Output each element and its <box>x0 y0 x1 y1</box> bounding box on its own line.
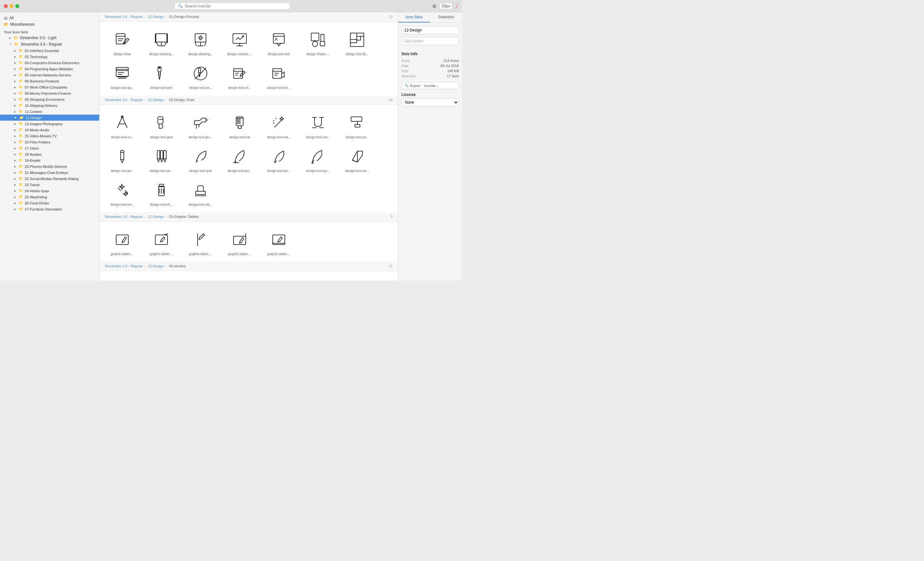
sidebar-item-21-messages[interactable]: ▶ 📁 21-Messages-Chat-Smileys <box>0 170 99 176</box>
icon-cell-design-pen-tool[interactable]: A design-pen-tool <box>260 26 298 58</box>
sidebar-item-24-hotels[interactable]: ▶ 📁 24-Hotels-Spas <box>0 188 99 194</box>
svg-line-8 <box>164 42 167 46</box>
sidebar-item-misc[interactable]: 📂 Miscellaneous <box>0 21 99 28</box>
icon-cell-compass[interactable]: design-tool-co... <box>103 108 141 141</box>
vector-1-icon <box>111 278 134 280</box>
sidebar-item-26-food[interactable]: ▶ 📁 26-Food-Drinks <box>0 200 99 206</box>
sidebar-item-all[interactable]: 🗂 All <box>0 15 99 21</box>
sidebar-item-25-wayfinding[interactable]: ▶ 📁 25-Wayfinding <box>0 194 99 200</box>
sidebar-item-10-shipping[interactable]: ▶ 📁 10-Shipping-Delivery <box>0 102 99 108</box>
sidebar-item-streamline-regular[interactable]: ▼ 📁 Streamline 3.0 - Regular <box>0 41 99 48</box>
icon-cell-glue[interactable]: design-tool-glue <box>142 108 180 141</box>
icon-cell-v7[interactable]: vector-7 <box>338 275 376 280</box>
tab-icon-sets[interactable]: Icon Sets <box>398 12 430 22</box>
icon-cell-design-drawing-school[interactable]: design-drawing... <box>182 26 219 58</box>
sidebar-item-16-files[interactable]: ▶ 📁 16-Files-Folders <box>0 139 99 145</box>
icon-cell-design-shape[interactable]: design-shape-... <box>299 26 337 58</box>
icon-cell-pencil[interactable]: design-tool-pe... <box>103 142 141 175</box>
icon-cell-v4[interactable]: vector-4 <box>221 275 259 280</box>
icon-cell-design-monitor[interactable]: design-monitor-... <box>221 26 259 58</box>
color-icon[interactable]: ╱ <box>456 3 458 9</box>
icon-cell-tablet-5[interactable]: graphic-tablet-... <box>260 225 298 258</box>
icon-cell-quill3[interactable]: design-tool-qui... <box>260 142 298 175</box>
info-row-size: Size 148 KB <box>401 68 459 74</box>
sidebar-item-06-business[interactable]: ▶ 📁 06-Business-Products <box>0 78 99 84</box>
sidebar-item-20-phones[interactable]: ▶ 📁 20-Phones-Mobile-Devices <box>0 164 99 170</box>
icon-cell-shaker[interactable]: design-tool-sh... <box>142 176 180 208</box>
icon-cell-stamp[interactable]: design-tool-sta... <box>182 176 219 208</box>
icon-grid-04: vector-1 vector-2 <box>99 271 398 280</box>
icon-cell-v5[interactable]: vector-5 <box>260 275 298 280</box>
sidebar-item-04-programing[interactable]: ▶ 📁 04-Programing-Apps-Websites <box>0 66 99 72</box>
icon-cell-magic-wand[interactable]: design-tool-ma... <box>260 108 298 141</box>
maximize-button[interactable] <box>15 4 19 8</box>
sidebar-item-13-images[interactable]: ▶ 📁 13-Images-Photography <box>0 121 99 127</box>
icon-cell-ink[interactable]: design-tool-ink <box>221 108 259 141</box>
minimize-button[interactable] <box>10 4 14 8</box>
folder-icon: 📁 <box>19 54 23 59</box>
sidebar-item-27-furniture[interactable]: ▶ 📁 27-Furniture-Decoration <box>0 206 99 212</box>
sidebar-item-02-tech[interactable]: ▶ 📁 02-Technology <box>0 54 99 60</box>
export-row[interactable]: 🔍 Export › IconJar... <box>401 82 459 89</box>
sidebar-item-03-computers[interactable]: ▶ 📁 03-Computers-Devices-Electronics <box>0 60 99 66</box>
icon-cell-quill2[interactable]: design-tool-qui... <box>221 142 259 175</box>
sidebar-item-19-emails[interactable]: ▶ 📁 19-Emails <box>0 157 99 164</box>
icon-cell-selector[interactable]: design-tool-sel... <box>103 176 141 208</box>
icon-cell-design-draw[interactable]: design-draw <box>103 26 141 58</box>
icon-cell-tablet-1[interactable]: graphic-tablet-... <box>103 225 141 258</box>
icon-cell-paint-roller[interactable]: design-tool-pa... <box>338 108 376 141</box>
sidebar-item-23-travel[interactable]: ▶ 📁 23-Travel <box>0 182 99 188</box>
icon-cell-design-tool-layers[interactable]: design-tool-lay... <box>103 59 141 92</box>
close-button[interactable] <box>4 4 8 8</box>
icon-cell-design-tool-no-pen[interactable]: design-tool-pe... <box>182 59 219 92</box>
icon-cell-tablet-3[interactable]: graphic-tablet-... <box>182 225 219 258</box>
search-bar[interactable]: 🔍 <box>174 3 290 10</box>
breadcrumb-regular-3: Streamline 3.0 - Regular <box>105 215 143 219</box>
icon-cell-magnet[interactable]: design-tool-ma... <box>299 108 337 141</box>
description-input[interactable] <box>401 37 459 45</box>
sidebar-item-18-avatars[interactable]: ▶ 📁 18-Avatars <box>0 151 99 157</box>
icon-cell-tablet-4[interactable]: graphic-tablet-... <box>221 225 259 258</box>
sidebar-item-15-video[interactable]: ▶ 📁 15-Video-Movies-TV <box>0 133 99 139</box>
icon-cell-design-tool-fib[interactable]: design-tool-fib... <box>338 26 376 58</box>
sidebar-item-streamline-light[interactable]: ▶ 📁 Streamline 3.0 - Light <box>0 34 99 41</box>
icon-cell-design-tool-sh[interactable]: design-tool-sh... <box>221 59 259 92</box>
tab-selection[interactable]: Selection <box>430 12 462 22</box>
info-icons-value: 213 Icons <box>443 59 459 63</box>
sidebar-item-08-money[interactable]: ▶ 📁 08-Money-Payments-Finance <box>0 90 99 96</box>
icon-cell-v2[interactable]: vector-2 <box>142 275 180 280</box>
icon-cell-razor[interactable]: design-tool-raz... <box>338 142 376 175</box>
set-name-input[interactable] <box>401 26 459 34</box>
icon-cell-v6[interactable]: vector-6 <box>299 275 337 280</box>
sidebar-item-09-shopping[interactable]: ▶ 📁 09-Shopping-Ecommerce <box>0 96 99 102</box>
px-display: 56px <box>440 3 452 9</box>
icon-cell-design-drawing-easel[interactable]: design-drawing... <box>142 26 180 58</box>
icon-cell-v3[interactable]: vector-3 <box>182 275 219 280</box>
icon-cell-v1[interactable]: vector-1 <box>103 275 141 280</box>
sidebar-item-01-interface[interactable]: ▶ 📁 01-Interface Essential <box>0 48 99 54</box>
search-input[interactable] <box>185 4 286 8</box>
svg-rect-28 <box>320 41 325 46</box>
sidebar-item-05-internet[interactable]: ▶ 📁 05-Internet-Networks-Servers <box>0 72 99 78</box>
icon-cell-design-tool-pen[interactable]: design-tool-pen <box>142 59 180 92</box>
chevron-icon: ▶ <box>14 110 16 113</box>
icon-cell-tablet-2[interactable]: graphic-tablet-... <box>142 225 180 258</box>
icon-cell-pencils[interactable]: design-tool-pe... <box>142 142 180 175</box>
sidebar-item-11-content[interactable]: ▶ 📁 11-Content <box>0 108 99 115</box>
sidebar-item-22-social[interactable]: ▶ 📁 22-Social-Medias-Rewards-Rating <box>0 176 99 182</box>
license-select[interactable]: None <box>401 98 459 106</box>
sidebar-item-07-work[interactable]: ▶ 📁 07-Work-Office-Companies <box>0 84 99 90</box>
icon-cell-quill[interactable]: design-tool-quill <box>182 142 219 175</box>
folder-light-icon: 📁 <box>14 36 18 40</box>
icon-cell-design-tool-wir[interactable]: design-tool-wir... <box>260 59 298 92</box>
chevron-icon: ▶ <box>14 122 16 126</box>
icon-cell-glue-gun[interactable]: design-tool-glu... <box>182 108 219 141</box>
icon-cell-quill4[interactable]: design-tool-qui... <box>299 142 337 175</box>
sidebar-item-14-music[interactable]: ▶ 📁 14-Music-Audio <box>0 127 99 133</box>
layout-icon[interactable]: ⊞ <box>432 3 436 9</box>
svg-rect-82 <box>157 150 160 159</box>
sidebar-item-17-users[interactable]: ▶ 📁 17-Users <box>0 145 99 151</box>
sidebar-item-12-design[interactable]: ▼ 📁 12-Design <box>0 115 99 121</box>
chevron-icon: ▶ <box>14 208 16 211</box>
panel-tabs: Icon Sets Selection <box>398 12 462 23</box>
